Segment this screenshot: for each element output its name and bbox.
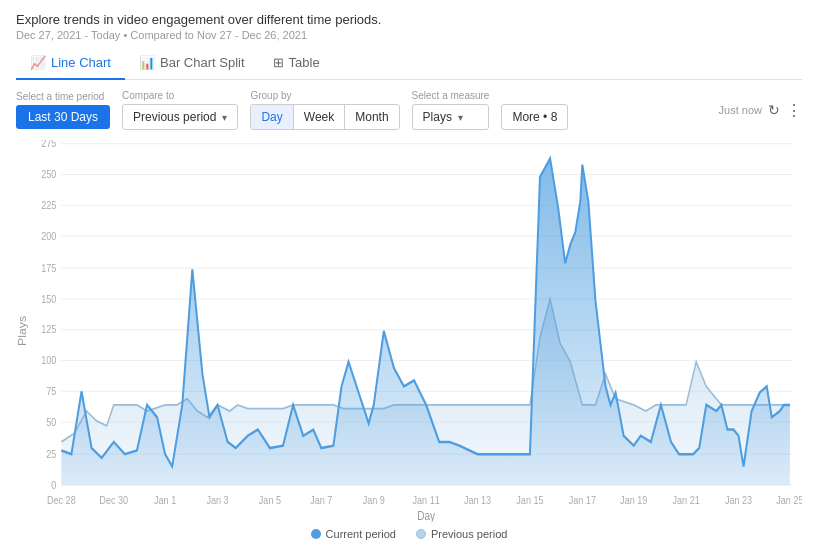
measure-group: Select a measure Plays bbox=[412, 90, 490, 130]
time-period-group: Select a time period Last 30 Days bbox=[16, 91, 110, 129]
svg-text:Dec 30: Dec 30 bbox=[99, 494, 128, 506]
bar-chart-icon: 📊 bbox=[139, 55, 155, 70]
svg-text:Jan 17: Jan 17 bbox=[569, 494, 597, 506]
svg-text:Dec 28: Dec 28 bbox=[47, 494, 76, 506]
time-period-button[interactable]: Last 30 Days bbox=[16, 105, 110, 129]
measure-label: Select a measure bbox=[412, 90, 490, 101]
svg-text:200: 200 bbox=[41, 230, 56, 242]
chart-area: Plays 0 25 50 75 100 125 150 bbox=[16, 140, 802, 522]
svg-text:100: 100 bbox=[41, 354, 56, 366]
svg-text:250: 250 bbox=[41, 168, 56, 180]
refresh-icon[interactable]: ↻ bbox=[768, 102, 780, 118]
group-by-day[interactable]: Day bbox=[251, 105, 293, 129]
svg-text:275: 275 bbox=[41, 140, 56, 150]
svg-text:Jan 13: Jan 13 bbox=[464, 494, 492, 506]
refresh-area: Just now ↻ ⋮ bbox=[719, 101, 802, 120]
tab-line-chart[interactable]: 📈 Line Chart bbox=[16, 49, 125, 80]
svg-text:Jan 1: Jan 1 bbox=[154, 494, 177, 506]
y-axis-label: Plays bbox=[17, 316, 28, 347]
svg-text:Jan 15: Jan 15 bbox=[516, 494, 544, 506]
group-by-buttons: Day Week Month bbox=[250, 104, 399, 130]
tab-bar-chart-split[interactable]: 📊 Bar Chart Split bbox=[125, 49, 259, 80]
time-period-label: Select a time period bbox=[16, 91, 110, 102]
x-axis-label: Day bbox=[417, 509, 435, 522]
legend-dot-current bbox=[311, 529, 321, 539]
svg-text:Jan 23: Jan 23 bbox=[725, 494, 753, 506]
svg-text:25: 25 bbox=[46, 448, 56, 460]
legend-previous-label: Previous period bbox=[431, 528, 507, 540]
table-icon: ⊞ bbox=[273, 55, 284, 70]
group-by-month[interactable]: Month bbox=[345, 105, 398, 129]
svg-text:225: 225 bbox=[41, 199, 56, 211]
chart-wrapper: Plays 0 25 50 75 100 125 150 bbox=[16, 140, 802, 542]
group-by-week[interactable]: Week bbox=[294, 105, 345, 129]
legend-dot-previous bbox=[416, 529, 426, 539]
svg-text:0: 0 bbox=[51, 479, 56, 491]
chart-svg: Plays 0 25 50 75 100 125 150 bbox=[16, 140, 802, 522]
more-group: More • 8 bbox=[501, 90, 568, 130]
measure-dropdown[interactable]: Plays bbox=[412, 104, 490, 130]
tab-table[interactable]: ⊞ Table bbox=[259, 49, 334, 80]
legend-current: Current period bbox=[311, 528, 396, 540]
legend-previous: Previous period bbox=[416, 528, 507, 540]
more-button[interactable]: More • 8 bbox=[501, 104, 568, 130]
svg-text:125: 125 bbox=[41, 324, 56, 336]
controls-row: Select a time period Last 30 Days Compar… bbox=[16, 90, 802, 130]
svg-text:75: 75 bbox=[46, 385, 56, 397]
svg-text:Jan 9: Jan 9 bbox=[363, 494, 386, 506]
svg-text:175: 175 bbox=[41, 262, 56, 274]
compare-to-dropdown[interactable]: Previous period bbox=[122, 104, 238, 130]
legend: Current period Previous period bbox=[16, 522, 802, 542]
svg-text:Jan 7: Jan 7 bbox=[310, 494, 333, 506]
legend-current-label: Current period bbox=[326, 528, 396, 540]
svg-text:Jan 11: Jan 11 bbox=[413, 494, 441, 506]
tab-bar: 📈 Line Chart 📊 Bar Chart Split ⊞ Table bbox=[16, 49, 802, 80]
compare-to-label: Compare to bbox=[122, 90, 238, 101]
compare-to-group: Compare to Previous period bbox=[122, 90, 238, 130]
svg-text:Jan 25: Jan 25 bbox=[776, 494, 802, 506]
options-icon[interactable]: ⋮ bbox=[786, 101, 802, 120]
svg-text:Jan 19: Jan 19 bbox=[620, 494, 648, 506]
svg-text:Jan 21: Jan 21 bbox=[673, 494, 701, 506]
svg-text:150: 150 bbox=[41, 293, 56, 305]
date-range: Dec 27, 2021 - Today • Compared to Nov 2… bbox=[16, 29, 802, 41]
group-by-group: Group by Day Week Month bbox=[250, 90, 399, 130]
svg-text:50: 50 bbox=[46, 416, 56, 428]
group-by-label: Group by bbox=[250, 90, 399, 101]
line-chart-icon: 📈 bbox=[30, 55, 46, 70]
page-title: Explore trends in video engagement over … bbox=[16, 12, 802, 27]
refresh-timestamp: Just now bbox=[719, 104, 762, 116]
svg-text:Jan 5: Jan 5 bbox=[259, 494, 282, 506]
svg-text:Jan 3: Jan 3 bbox=[206, 494, 229, 506]
